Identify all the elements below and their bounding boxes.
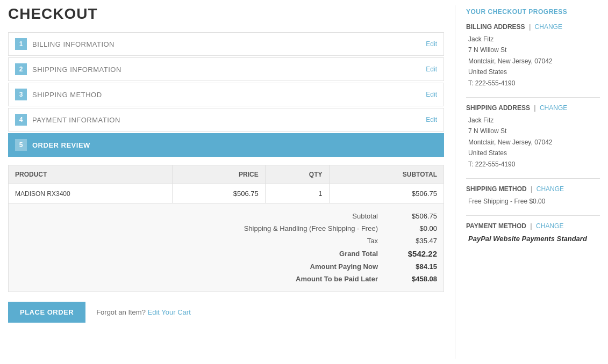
totals-row-3: Grand Total$542.22 — [15, 247, 437, 260]
sidebar-detail-billing-address-1: 7 N Willow St — [466, 45, 600, 55]
sidebar-section-title-shipping-method: SHIPPING METHOD | CHANGE — [466, 185, 600, 193]
sidebar-detail-shipping-address-2: Montclair, New Jersey, 07042 — [466, 137, 600, 148]
product-price: $506.75 — [173, 184, 265, 203]
step-label-1: BILLING INFORMATION — [32, 40, 426, 48]
sidebar-section-title-billing-address: BILLING ADDRESS | CHANGE — [466, 23, 600, 31]
order-table: PRODUCTPRICEQTYSUBTOTAL MADISON RX3400$5… — [8, 165, 444, 203]
totals-section: Subtotal$506.75Shipping & Handling (Free… — [8, 203, 444, 292]
step-label-3: SHIPPING METHOD — [32, 91, 426, 99]
step-number-3: 3 — [15, 89, 27, 100]
totals-value-2: $35.47 — [394, 237, 437, 245]
step-label-5: ORDER REVIEW — [32, 141, 437, 149]
sidebar-divider — [466, 215, 600, 216]
forgot-text: Forgot an Item? Edit Your Cart — [96, 308, 191, 316]
table-header-subtotal: SUBTOTAL — [329, 165, 444, 184]
sidebar-section-billing-address: BILLING ADDRESS | CHANGEJack Fitz7 N Wil… — [466, 23, 600, 89]
table-header-price: PRICE — [173, 165, 265, 184]
checkout-step-2: 2SHIPPING INFORMATIONEdit — [8, 57, 444, 81]
sidebar-divider — [466, 97, 600, 98]
totals-value-3: $542.22 — [394, 249, 437, 258]
pipe-separator: | — [529, 185, 534, 193]
product-subtotal: $506.75 — [329, 184, 444, 203]
sidebar-detail-shipping-address-1: 7 N Willow St — [466, 126, 600, 136]
checkout-actions: PLACE ORDER Forgot an Item? Edit Your Ca… — [8, 302, 444, 323]
step-number-4: 4 — [15, 114, 27, 126]
sidebar-section-title-payment-method: PAYMENT METHOD | CHANGE — [466, 222, 600, 230]
sidebar-section-title-shipping-address: SHIPPING ADDRESS | CHANGE — [466, 104, 600, 112]
pipe-separator: | — [528, 222, 534, 230]
sidebar-section-shipping-method: SHIPPING METHOD | CHANGEFree Shipping - … — [466, 185, 600, 207]
step-edit-2[interactable]: Edit — [426, 65, 437, 73]
sidebar-change-link-payment-method[interactable]: CHANGE — [536, 222, 563, 230]
checkout-step-4: 4PAYMENT INFORMATIONEdit — [8, 108, 444, 132]
place-order-button[interactable]: PLACE ORDER — [8, 302, 85, 323]
step-edit-4[interactable]: Edit — [426, 116, 437, 123]
table-header-product: PRODUCT — [9, 165, 173, 184]
page-title: CHECKOUT — [8, 5, 444, 23]
sidebar-divider — [466, 178, 600, 179]
checkout-step-5: 5ORDER REVIEW — [8, 133, 444, 157]
checkout-step-1: 1BILLING INFORMATIONEdit — [8, 32, 444, 56]
sidebar-detail-billing-address-2: Montclair, New Jersey, 07042 — [466, 56, 600, 67]
pipe-separator: | — [527, 23, 533, 31]
sidebar-change-link-shipping-method[interactable]: CHANGE — [537, 185, 564, 193]
step-number-2: 2 — [15, 63, 27, 75]
totals-value-5: $458.08 — [394, 275, 437, 283]
checkout-step-3: 3SHIPPING METHODEdit — [8, 83, 444, 106]
totals-label-1: Shipping & Handling (Free Shipping - Fre… — [227, 224, 378, 232]
totals-label-4: Amount Paying Now — [227, 263, 378, 271]
step-label-4: PAYMENT INFORMATION — [32, 116, 426, 124]
totals-value-1: $0.00 — [394, 224, 437, 232]
sidebar-detail-shipping-address-4: T: 222-555-4190 — [466, 159, 600, 170]
checkout-progress-sidebar: YOUR CHECKOUT PROGRESS BILLING ADDRESS |… — [455, 5, 600, 359]
sidebar-progress-title: YOUR CHECKOUT PROGRESS — [466, 8, 600, 16]
edit-cart-link[interactable]: Edit Your Cart — [148, 308, 191, 316]
totals-row-0: Subtotal$506.75 — [15, 210, 437, 222]
sidebar-section-payment-method: PAYMENT METHOD | CHANGEPayPal Website Pa… — [466, 222, 600, 245]
sidebar-detail-billing-address-3: United States — [466, 67, 600, 77]
table-header-qty: QTY — [265, 165, 329, 184]
totals-label-2: Tax — [227, 237, 378, 245]
sidebar-change-link-billing-address[interactable]: CHANGE — [535, 23, 562, 31]
sidebar-detail-shipping-address-3: United States — [466, 148, 600, 158]
totals-row-5: Amount To be Paid Later$458.08 — [15, 273, 437, 285]
forgot-label: Forgot an Item? — [96, 308, 146, 316]
totals-row-1: Shipping & Handling (Free Shipping - Fre… — [15, 222, 437, 235]
totals-value-0: $506.75 — [394, 212, 437, 220]
sidebar-section-shipping-address: SHIPPING ADDRESS | CHANGEJack Fitz7 N Wi… — [466, 104, 600, 170]
sidebar-detail-payment-method-0: PayPal Website Payments Standard — [466, 233, 600, 245]
sidebar-detail-shipping-address-0: Jack Fitz — [466, 115, 600, 126]
sidebar-change-link-shipping-address[interactable]: CHANGE — [540, 104, 567, 112]
step-number-1: 1 — [15, 38, 27, 50]
table-row: MADISON RX3400$506.751$506.75 — [9, 184, 444, 203]
checkout-steps: 1BILLING INFORMATIONEdit2SHIPPING INFORM… — [8, 32, 444, 157]
sidebar-detail-shipping-method-0: Free Shipping - Free $0.00 — [466, 196, 600, 207]
totals-label-0: Subtotal — [227, 212, 378, 220]
totals-label-3: Grand Total — [227, 250, 378, 258]
product-qty: 1 — [265, 184, 329, 203]
totals-label-5: Amount To be Paid Later — [227, 275, 378, 283]
totals-value-4: $84.15 — [394, 263, 437, 271]
step-edit-1[interactable]: Edit — [426, 40, 437, 48]
sidebar-detail-billing-address-0: Jack Fitz — [466, 34, 600, 45]
step-label-2: SHIPPING INFORMATION — [32, 65, 426, 74]
pipe-separator: | — [532, 104, 538, 112]
step-number-5: 5 — [15, 139, 27, 151]
product-name: MADISON RX3400 — [9, 184, 173, 203]
totals-row-4: Amount Paying Now$84.15 — [15, 260, 437, 273]
step-edit-3[interactable]: Edit — [426, 91, 437, 98]
sidebar-detail-billing-address-4: T: 222-555-4190 — [466, 78, 600, 89]
totals-row-2: Tax$35.47 — [15, 235, 437, 247]
